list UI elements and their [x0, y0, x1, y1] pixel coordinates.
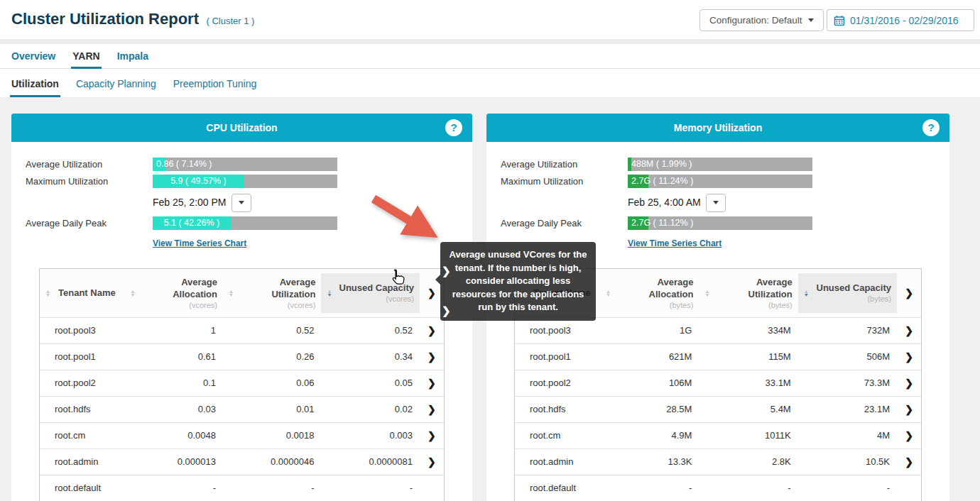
column-header-unused-capacity[interactable]: ▲▼Unused Capacity(bytes)	[798, 273, 897, 313]
caret-down-icon	[239, 201, 244, 204]
value-cell: -	[699, 483, 797, 493]
row-expand-chevron[interactable]: ❯	[420, 351, 444, 363]
value-cell: 0.0048	[124, 430, 223, 441]
tab-preemption-tuning[interactable]: Preemption Tuning	[173, 70, 257, 97]
cpu-tenant-table: ▲▼Tenant Name▲▼Average Allocation(vcores…	[39, 268, 445, 501]
cursor-icon	[390, 269, 405, 285]
column-header-average-allocation[interactable]: ▲▼Average Allocation(bytes)	[600, 269, 699, 317]
date-range-picker[interactable]: 01/31/2016 - 02/29/2016	[827, 9, 974, 31]
row-expand-chevron[interactable]: ❯	[420, 378, 444, 389]
row-expand-chevron[interactable]: ❯	[420, 404, 444, 415]
row-expand-chevron[interactable]: ❯	[897, 404, 921, 415]
table-row[interactable]: root.pool31G334M732M❯	[515, 317, 921, 343]
view-time-series-chart-link[interactable]: View Time Series Chart	[153, 238, 246, 248]
cpu-panel-header: CPU Utilization ?	[11, 114, 472, 142]
average-utilization-stat: Average Utilization 488M ( 1.99% )	[501, 158, 935, 171]
table-scroll-chevron[interactable]: ❯	[897, 287, 921, 299]
help-icon[interactable]: ?	[922, 119, 940, 136]
column-header-label: Unused Capacity(bytes)	[811, 282, 891, 304]
table-row[interactable]: root.pool310.520.52❯	[40, 317, 444, 343]
stat-label: Maximum Utilization	[26, 175, 153, 188]
tab-utilization[interactable]: Utilization	[11, 70, 59, 97]
maximum-utilization-bar: 5.9 ( 49.57% )	[153, 175, 337, 188]
cluster-utilization-report-page: Cluster Utilization Report ( Cluster 1 )…	[0, 0, 980, 501]
table-row[interactable]: root.pool20.10.060.05❯	[40, 370, 444, 396]
tenant-name-cell: root.pool2	[515, 378, 600, 388]
annotation-arrow-icon	[364, 190, 449, 250]
value-cell: 1G	[600, 325, 699, 336]
chevron-right-icon[interactable]: ❯	[442, 305, 451, 316]
bar-value: 2.7G ( 11.24% )	[631, 175, 693, 188]
column-header-average-utilization[interactable]: ▲▼Average Utilization(vcores)	[223, 269, 322, 317]
tab-impala[interactable]: Impala	[117, 44, 148, 68]
table-row[interactable]: root.pool2106M33.1M73.3M❯	[515, 370, 921, 396]
value-cell: 1011K	[699, 430, 797, 441]
value-cell: 506M	[798, 351, 897, 362]
table-row[interactable]: root.hdfs28.5M5.4M23.1M❯	[515, 396, 921, 422]
primary-tab-bar: Overview YARN Impala	[0, 44, 980, 69]
table-row[interactable]: root.admin13.3K2.8K10.5K❯	[515, 448, 921, 475]
row-expand-chevron[interactable]: ❯	[897, 325, 921, 336]
average-daily-peak-bar: 5.1 ( 42.26% )	[153, 216, 337, 230]
table-row[interactable]: root.default---	[40, 475, 444, 501]
column-help-tooltip: Average unused VCores for the tenant. If…	[440, 242, 596, 321]
table-row[interactable]: root.admin0.0000130.00000460.0000081❯	[40, 448, 444, 475]
view-time-series-chart-link[interactable]: View Time Series Chart	[628, 238, 722, 248]
column-header-average-allocation[interactable]: ▲▼Average Allocation(vcores)	[124, 269, 223, 317]
tab-label: Utilization	[11, 78, 59, 89]
value-cell: 1	[124, 325, 223, 336]
configuration-dropdown-button[interactable]: Configuration: Default	[699, 9, 824, 31]
peak-time-dropdown-button[interactable]	[706, 194, 726, 212]
value-cell: 0.0000081	[321, 456, 420, 467]
page-title-text: Cluster Utilization Report	[11, 10, 199, 28]
peak-time-selector: Feb 25, 4:00 AM	[628, 193, 726, 212]
peak-time-text: Feb 25, 4:00 AM	[628, 197, 701, 208]
value-cell: 0.01	[223, 404, 322, 414]
table-row[interactable]: root.pool10.610.260.34❯	[40, 343, 444, 370]
column-header-tenant-name[interactable]: ▲▼Tenant Name	[40, 273, 124, 313]
cpu-utilization-panel: CPU Utilization ? Average Utilization 0.…	[11, 114, 472, 501]
cpu-panel-title: CPU Utilization	[206, 122, 277, 133]
stat-label: Average Daily Peak	[501, 216, 628, 230]
tab-overview[interactable]: Overview	[11, 44, 55, 68]
table-row[interactable]: root.cm0.00480.00180.003❯	[40, 422, 444, 448]
average-utilization-bar: 0.86 ( 7.14% )	[153, 158, 337, 171]
tenant-name-cell: root.pool3	[40, 325, 124, 336]
peak-time-dropdown-button[interactable]	[232, 194, 251, 212]
tenant-name-cell: root.hdfs	[515, 404, 600, 414]
memory-panel-body: Average Utilization 488M ( 1.99% ) Maxim…	[486, 142, 949, 501]
value-cell: 0.03	[124, 404, 223, 414]
value-cell: 5.4M	[699, 404, 797, 414]
row-expand-chevron[interactable]: ❯	[897, 378, 921, 389]
value-cell: 334M	[699, 325, 797, 336]
tab-capacity-planning[interactable]: Capacity Planning	[76, 70, 156, 97]
sort-arrows-icon: ▲▼	[327, 290, 334, 297]
table-row[interactable]: root.cm4.9M1011K4M❯	[515, 422, 921, 448]
tab-yarn[interactable]: YARN	[72, 44, 99, 68]
column-header-average-utilization[interactable]: ▲▼Average Utilization(bytes)	[699, 269, 797, 317]
table-row[interactable]: root.default---	[515, 475, 921, 501]
bar-value: 5.1 ( 42.26% )	[153, 216, 231, 230]
help-icon[interactable]: ?	[445, 119, 462, 136]
row-expand-chevron[interactable]: ❯	[420, 325, 444, 336]
table-row[interactable]: root.pool1621M115M506M❯	[515, 343, 921, 370]
value-cell: 4.9M	[600, 430, 699, 441]
row-expand-chevron[interactable]: ❯	[420, 456, 444, 468]
stat-label: Average Daily Peak	[26, 216, 153, 230]
memory-panel-title: Memory Utilization	[674, 122, 762, 133]
row-expand-chevron[interactable]: ❯	[897, 430, 921, 441]
column-header-label: Unused Capacity(vcores)	[334, 282, 414, 304]
row-expand-chevron[interactable]: ❯	[897, 456, 921, 468]
maximum-utilization-bar: 2.7G ( 11.24% )	[628, 175, 812, 188]
table-row[interactable]: root.hdfs0.030.010.02❯	[40, 396, 444, 422]
row-expand-chevron[interactable]: ❯	[420, 430, 444, 441]
tab-label: Impala	[117, 50, 148, 62]
bar-value: 488M ( 1.99% )	[631, 158, 692, 171]
column-header-label: Average Utilization(bytes)	[712, 276, 792, 310]
chevron-right-icon[interactable]: ❯	[442, 265, 451, 277]
value-cell: 0.0018	[223, 430, 322, 441]
row-expand-chevron[interactable]: ❯	[897, 351, 921, 363]
value-cell: 0.003	[321, 430, 420, 441]
value-cell: 23.1M	[798, 404, 897, 414]
value-cell: 0.61	[124, 351, 223, 362]
